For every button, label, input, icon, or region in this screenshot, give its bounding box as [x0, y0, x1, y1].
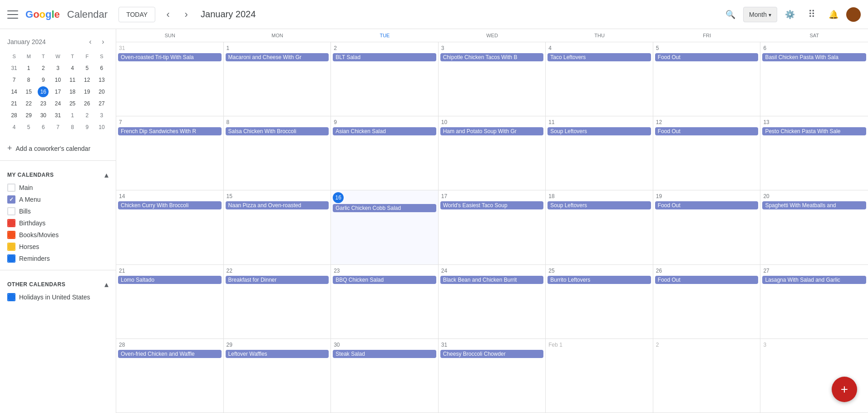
mini-cal-next[interactable]: ›	[98, 36, 108, 47]
calendar-cell[interactable]: 2	[653, 339, 761, 413]
settings-button[interactable]	[781, 5, 799, 24]
calendar-cell[interactable]: 24Black Bean and Chicken Burrit	[439, 265, 546, 338]
mini-cal-day[interactable]: 4	[67, 63, 78, 74]
calendar-cell[interactable]: 2BLT Salad	[331, 42, 439, 116]
calendar-item-books[interactable]: Books/Movies	[7, 229, 108, 241]
mini-cal-day[interactable]: 8	[67, 122, 78, 133]
mini-cal-day[interactable]: 12	[82, 75, 93, 85]
calendar-item-bills[interactable]: Bills	[7, 205, 108, 217]
event-chip[interactable]: Burrito Leftovers	[547, 276, 651, 284]
event-chip[interactable]: Ham and Potato Soup With Gr	[440, 127, 544, 135]
event-chip[interactable]: Spaghetti With Meatballs and	[762, 201, 866, 209]
event-chip[interactable]: Chicken Curry With Broccoli	[118, 201, 222, 209]
calendar-checkbox-holidays[interactable]	[7, 293, 15, 301]
calendar-cell[interactable]: 18Soup Leftovers	[546, 190, 653, 264]
event-chip[interactable]: BBQ Chicken Salad	[333, 276, 436, 284]
mini-cal-day[interactable]: 13	[96, 75, 107, 85]
apps-button[interactable]	[803, 5, 821, 24]
mini-cal-day[interactable]: 1	[23, 63, 34, 74]
mini-cal-day[interactable]: 21	[9, 98, 20, 109]
mini-cal-day[interactable]: 2	[82, 110, 93, 121]
mini-cal-day[interactable]: 15	[23, 86, 34, 97]
calendar-cell[interactable]: 12Food Out	[653, 116, 761, 190]
calendar-cell[interactable]: 20Spaghetti With Meatballs and	[760, 190, 868, 264]
mini-cal-day[interactable]: 30	[38, 110, 49, 121]
event-chip[interactable]: Food Out	[655, 53, 759, 61]
mini-cal-day[interactable]: 22	[23, 98, 34, 109]
event-chip[interactable]: Soup Leftovers	[547, 201, 651, 209]
calendar-cell[interactable]: 3Chipotle Chicken Tacos With B	[439, 42, 546, 116]
calendar-cell[interactable]: 14Chicken Curry With Broccoli	[116, 190, 224, 264]
event-chip[interactable]: BLT Salad	[333, 53, 436, 61]
mini-cal-day[interactable]: 3	[96, 110, 107, 121]
event-chip[interactable]: French Dip Sandwiches With R	[118, 127, 222, 135]
mini-cal-day[interactable]: 26	[82, 98, 93, 109]
mini-cal-day[interactable]: 5	[82, 63, 93, 74]
calendar-cell[interactable]: 31Oven-roasted Tri-tip With Sala	[116, 42, 224, 116]
calendar-cell[interactable]: 26Food Out	[653, 265, 761, 338]
add-coworker-calendar[interactable]: + Add a coworker's calendar	[0, 140, 116, 157]
mini-cal-day[interactable]: 20	[96, 86, 107, 97]
event-chip[interactable]: Food Out	[655, 201, 759, 209]
calendar-checkbox-birthdays[interactable]	[7, 219, 15, 227]
calendar-item-holidays[interactable]: Holidays in United States	[7, 291, 108, 303]
calendar-cell[interactable]: 1Macaroni and Cheese With Gr	[224, 42, 331, 116]
mini-cal-day[interactable]: 29	[23, 110, 34, 121]
avatar[interactable]	[846, 7, 861, 22]
calendar-cell[interactable]: 23BBQ Chicken Salad	[331, 265, 439, 338]
my-calendars-header[interactable]: My calendars ▴	[7, 168, 108, 182]
mini-cal-day[interactable]: 8	[23, 75, 34, 85]
mini-cal-day[interactable]: 9	[38, 75, 49, 85]
calendar-item-main[interactable]: Main	[7, 182, 108, 194]
mini-cal-day[interactable]: 5	[23, 122, 34, 133]
calendar-cell[interactable]: 6Basil Chicken Pasta With Sala	[760, 42, 868, 116]
event-chip[interactable]: Leftover Waffles	[226, 350, 329, 358]
mini-cal-day[interactable]: 7	[52, 122, 63, 133]
mini-cal-day[interactable]: 31	[9, 63, 20, 74]
event-chip[interactable]: Naan Pizza and Oven-roasted	[226, 201, 329, 209]
calendar-checkbox-main[interactable]	[7, 184, 15, 192]
event-chip[interactable]: Black Bean and Chicken Burrit	[440, 276, 544, 284]
mini-cal-day[interactable]: 2	[38, 63, 49, 74]
mini-cal-day[interactable]: 18	[67, 86, 78, 97]
calendar-cell[interactable]: 22Breakfast for Dinner	[224, 265, 331, 338]
mini-cal-day[interactable]: 31	[52, 110, 63, 121]
event-chip[interactable]: Soup Leftovers	[547, 127, 651, 135]
event-chip[interactable]: Lasagna With Salad and Garlic	[762, 276, 866, 284]
event-chip[interactable]: Cheesy Broccoli Chowder	[440, 350, 544, 358]
mini-cal-day[interactable]: 17	[52, 86, 63, 97]
mini-cal-day[interactable]: 9	[82, 122, 93, 133]
event-chip[interactable]: Oven-fried Chicken and Waffle	[118, 350, 222, 358]
calendar-cell[interactable]: 16Garlic Chicken Cobb Salad	[331, 190, 439, 264]
hamburger-icon[interactable]	[7, 9, 18, 20]
calendar-cell[interactable]: 21Lomo Saltado	[116, 265, 224, 338]
event-chip[interactable]: Garlic Chicken Cobb Salad	[333, 204, 436, 212]
event-chip[interactable]: Taco Leftovers	[547, 53, 651, 61]
mini-cal-day[interactable]: 23	[38, 98, 49, 109]
mini-cal-prev[interactable]: ‹	[85, 36, 96, 47]
event-chip[interactable]: Chipotle Chicken Tacos With B	[440, 53, 544, 61]
calendar-item-amenu[interactable]: ✓ A Menu	[7, 194, 108, 205]
calendar-checkbox-bills[interactable]	[7, 207, 15, 215]
mini-cal-day[interactable]: 7	[9, 75, 20, 85]
event-chip[interactable]: Food Out	[655, 276, 759, 284]
calendar-cell[interactable]: 15Naan Pizza and Oven-roasted	[224, 190, 331, 264]
calendar-cell[interactable]: 3	[760, 339, 868, 413]
event-chip[interactable]: Lomo Saltado	[118, 276, 222, 284]
calendar-item-horses[interactable]: Horses	[7, 241, 108, 253]
notification-button[interactable]	[824, 5, 843, 24]
calendar-cell[interactable]: 5Food Out	[653, 42, 761, 116]
event-chip[interactable]: World's Easiest Taco Soup	[440, 201, 544, 209]
mini-cal-day[interactable]: 24	[52, 98, 63, 109]
next-month-button[interactable]	[179, 7, 193, 22]
mini-cal-day[interactable]: 14	[9, 86, 20, 97]
calendar-cell[interactable]: 30Steak Salad	[331, 339, 439, 413]
mini-cal-day[interactable]: 25	[67, 98, 78, 109]
calendar-checkbox-horses[interactable]	[7, 243, 15, 251]
event-chip[interactable]: Steak Salad	[333, 350, 436, 358]
event-chip[interactable]: Food Out	[655, 127, 759, 135]
event-chip[interactable]: Asian Chicken Salad	[333, 127, 436, 135]
mini-cal-today[interactable]: 16	[38, 86, 49, 97]
mini-cal-day[interactable]: 1	[67, 110, 78, 121]
mini-cal-day[interactable]: 10	[96, 122, 107, 133]
